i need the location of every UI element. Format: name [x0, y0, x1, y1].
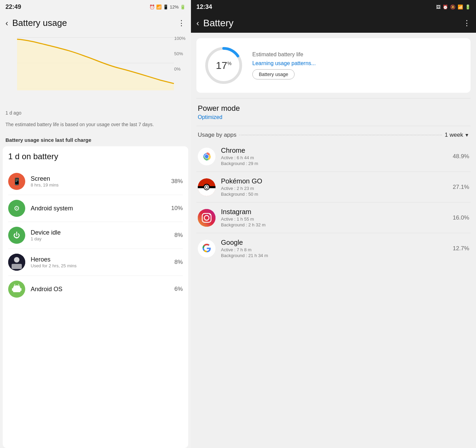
- chart-label-0: 0%: [174, 66, 185, 72]
- android-system-info: Android system: [31, 205, 166, 212]
- android-system-name: Android system: [31, 205, 166, 212]
- heroes-icon: [8, 254, 25, 271]
- device-idle-info: Device idle 1 day: [31, 229, 169, 241]
- battery-icon-left: 🔋: [180, 4, 185, 10]
- heroes-info: Heroes Used for 2 hrs, 25 mins: [31, 256, 169, 268]
- device-idle-percent: 8%: [174, 232, 183, 239]
- wifi-icon: 📶: [156, 4, 162, 10]
- app-list-right: Chrome Active : 6 h 44 m Background : 29…: [191, 141, 476, 264]
- android-os-icon: [8, 281, 25, 298]
- left-panel: 22:49 ⏰ 📶 📱 12% 🔋 ‹ Battery usage ⋮ 100%…: [0, 0, 191, 448]
- google-info: Google Active : 7 h 8 m Background : 21 …: [221, 239, 447, 258]
- app-row-device-idle[interactable]: ⏻ Device idle 1 day 8%: [8, 222, 183, 249]
- chevron-down-icon: ▼: [464, 132, 469, 138]
- app-row-pokemon[interactable]: Pokémon GO Active : 2 h 23 m Background …: [196, 172, 471, 203]
- week-selector[interactable]: 1 week ▼: [445, 132, 469, 138]
- device-idle-name: Device idle: [31, 229, 169, 236]
- back-button-right[interactable]: ‹: [196, 18, 199, 28]
- alarm-icon: ⏰: [149, 4, 155, 10]
- page-title-right: Battery: [203, 18, 234, 29]
- heroes-sub: Used for 2 hrs, 25 mins: [31, 263, 169, 268]
- power-mode-section[interactable]: Power mode Optimized: [191, 99, 476, 126]
- instagram-name: Instagram: [221, 208, 447, 216]
- disclaimer: The estimated battery life is based on y…: [0, 118, 191, 134]
- instagram-icon: [198, 209, 215, 227]
- google-active: Active : 7 h 8 m: [221, 247, 447, 252]
- pokemon-active: Active : 2 h 23 m: [221, 186, 447, 191]
- android-os-info: Android OS: [31, 286, 169, 293]
- app-row-heroes[interactable]: Heroes Used for 2 hrs, 25 mins 8%: [8, 249, 183, 276]
- svg-rect-5: [12, 264, 22, 269]
- battery-usage-button[interactable]: Battery usage: [252, 69, 295, 79]
- pokemon-icon: [198, 178, 215, 196]
- time-right: 12:34: [196, 3, 212, 11]
- time-left: 22:49: [5, 3, 21, 11]
- svg-rect-9: [20, 288, 21, 291]
- app-row-chrome[interactable]: Chrome Active : 6 h 44 m Background : 29…: [196, 141, 471, 172]
- power-mode-title: Power mode: [198, 104, 469, 113]
- android-system-icon: ⚙: [8, 200, 25, 217]
- more-menu-right[interactable]: ⋮: [463, 19, 471, 28]
- photo-icon-right: 🖼: [436, 4, 441, 10]
- wifi-icon-right: 📶: [458, 4, 463, 10]
- instagram-percent: 16.0%: [453, 214, 469, 221]
- android-os-percent: 6%: [174, 286, 183, 293]
- header-left-content: ‹ Battery usage: [5, 18, 67, 28]
- time-ago: 1 d ago: [0, 107, 191, 118]
- right-panel: 12:34 🖼 ⏰ 🔕 📶 🔋 ‹ Battery ⋮: [191, 0, 476, 448]
- chrome-info: Chrome Active : 6 h 44 m Background : 29…: [221, 147, 447, 166]
- header-left: ‹ Battery usage ⋮: [0, 14, 191, 32]
- screen-info: Screen 8 hrs, 19 mins: [31, 175, 166, 188]
- android-system-percent: 10%: [171, 205, 183, 212]
- heroes-name: Heroes: [31, 256, 169, 263]
- back-button-left[interactable]: ‹: [5, 18, 8, 28]
- power-mode-value: Optimized: [198, 114, 469, 120]
- usage-by-apps-label: Usage by apps: [198, 132, 236, 138]
- battery-chart: 100% 50% 0%: [0, 32, 191, 107]
- section-title-left: Battery usage since last full charge: [0, 134, 191, 146]
- chrome-background: Background : 29 m: [221, 161, 447, 166]
- chrome-icon: [198, 148, 215, 165]
- pokemon-percent: 27.1%: [453, 184, 469, 191]
- more-menu-left[interactable]: ⋮: [178, 19, 185, 28]
- pokemon-name: Pokémon GO: [221, 177, 447, 185]
- google-name: Google: [221, 239, 447, 247]
- learning-text: Learning usage patterns...: [252, 60, 316, 66]
- usage-by-apps-header: Usage by apps 1 week ▼: [191, 126, 476, 141]
- status-bar-left: 22:49 ⏰ 📶 📱 12% 🔋: [0, 0, 191, 14]
- svg-point-31: [199, 241, 214, 256]
- battery-info: Estimated battery life Learning usage pa…: [252, 51, 316, 79]
- app-row-instagram[interactable]: Instagram Active : 1 h 55 m Background :…: [196, 203, 471, 233]
- header-right-content: ‹ Battery: [196, 18, 234, 29]
- estimated-life-label: Estimated battery life: [252, 51, 316, 58]
- app-row-screen[interactable]: 📱 Screen 8 hrs, 19 mins 38%: [8, 168, 183, 195]
- battery-summary-card: 17% Estimated battery life Learning usag…: [196, 38, 471, 93]
- battery-icon-right: 🔋: [465, 4, 471, 10]
- chart-labels: 100% 50% 0%: [174, 36, 185, 72]
- android-os-name: Android OS: [31, 286, 169, 293]
- app-row-android-os[interactable]: Android OS 6%: [8, 276, 183, 302]
- battery-circle: 17%: [203, 45, 244, 86]
- dotted-separator: [239, 135, 442, 135]
- app-row-google[interactable]: Google Active : 7 h 8 m Background : 21 …: [196, 233, 471, 264]
- svg-point-17: [205, 154, 209, 158]
- svg-rect-8: [12, 288, 13, 291]
- svg-point-4: [14, 257, 19, 263]
- battery-level-left: 12%: [170, 4, 179, 10]
- header-right: ‹ Battery ⋮: [191, 14, 476, 33]
- right-content: 17% Estimated battery life Learning usag…: [191, 33, 476, 448]
- google-icon: [198, 240, 215, 257]
- screen-sub: 8 hrs, 19 mins: [31, 182, 166, 188]
- app-row-android-system[interactable]: ⚙ Android system 10%: [8, 195, 183, 222]
- screen-name: Screen: [31, 175, 166, 182]
- instagram-background: Background : 2 h 32 m: [221, 222, 447, 227]
- signal-icon: 📱: [163, 4, 168, 10]
- pokemon-info: Pokémon GO Active : 2 h 23 m Background …: [221, 177, 447, 197]
- week-period-label: 1 week: [445, 132, 463, 138]
- chrome-percent: 48.9%: [453, 153, 469, 160]
- chrome-name: Chrome: [221, 147, 447, 154]
- instagram-active: Active : 1 h 55 m: [221, 216, 447, 222]
- battery-percent: 17%: [216, 60, 232, 71]
- chart-label-100: 100%: [174, 36, 185, 41]
- device-idle-sub: 1 day: [31, 236, 169, 241]
